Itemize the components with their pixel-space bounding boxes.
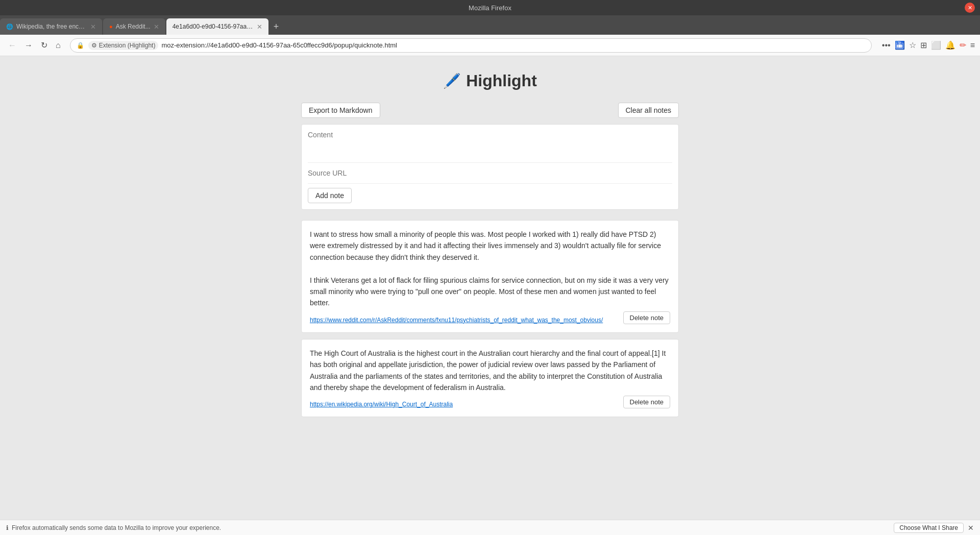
tab-wikipedia-label: Wikipedia, the free encycl... — [16, 23, 87, 30]
note-text-2: The High Court of Australia is the highe… — [310, 348, 670, 394]
tab-extension[interactable]: 4e1a6d00-e9d0-4156-97aa-65c0... ✕ — [166, 18, 268, 35]
title-bar: Mozilla Firefox ✕ — [0, 0, 980, 15]
back-button[interactable]: ← — [5, 39, 19, 52]
new-tab-button[interactable]: + — [270, 18, 283, 35]
security-icon: 🔒 — [77, 42, 84, 49]
extension-icon: ⚙ — [91, 42, 97, 49]
window-close-button[interactable]: ✕ — [965, 3, 975, 13]
tab-extension-close[interactable]: ✕ — [257, 23, 262, 31]
app-icon: 🖊️ — [443, 72, 461, 89]
clear-all-notes-button[interactable]: Clear all notes — [618, 103, 679, 118]
tab-reddit[interactable]: ● Ask Reddit... ✕ — [103, 18, 165, 35]
extension-badge: ⚙ Extension (Highlight) — [88, 41, 159, 50]
tab-wikipedia-icon: 🌐 — [6, 23, 13, 30]
nav-right-icons: ••• 🛅 ☆ ⊞ ⬜ 🔔 ✏ ≡ — [882, 40, 975, 50]
more-icon[interactable]: ••• — [882, 41, 891, 50]
add-note-form: Add note — [301, 124, 679, 210]
note-text-1: I want to stress how small a minority of… — [310, 229, 670, 309]
tab-reddit-icon: ● — [109, 23, 113, 30]
content-input[interactable] — [308, 131, 672, 156]
info-icon: ℹ — [6, 524, 9, 531]
choose-share-button[interactable]: Choose What I Share — [894, 523, 964, 533]
notification-icon[interactable]: 🔔 — [945, 40, 955, 50]
tab-wikipedia-close[interactable]: ✕ — [90, 23, 96, 31]
footer-close-button[interactable]: ✕ — [968, 524, 974, 532]
source-url-input[interactable] — [308, 167, 672, 179]
extension-label: Extension (Highlight) — [99, 42, 156, 49]
form-divider-1 — [308, 162, 672, 163]
pencil-icon[interactable]: ✏ — [960, 40, 966, 50]
tab-bar: 🌐 Wikipedia, the free encycl... ✕ ● Ask … — [0, 15, 980, 35]
main-content: 🖊️ Highlight Export to Markdown Clear al… — [0, 56, 980, 520]
add-note-button[interactable]: Add note — [308, 188, 352, 203]
footer-left: ℹ Firefox automatically sends some data … — [6, 524, 221, 531]
page-header: 🖊️ Highlight — [301, 71, 679, 90]
note-link-1[interactable]: https://www.reddit.com/r/AskReddit/comme… — [310, 317, 603, 324]
tab-reddit-label: Ask Reddit... — [116, 23, 151, 30]
tab-wikipedia[interactable]: 🌐 Wikipedia, the free encycl... ✕ — [0, 18, 102, 35]
footer-bar: ℹ Firefox automatically sends some data … — [0, 520, 980, 535]
delete-note-button-1[interactable]: Delete note — [623, 311, 671, 324]
note-card-2: The High Court of Australia is the highe… — [301, 339, 679, 418]
footer-right: Choose What I Share ✕ — [894, 523, 974, 533]
collections-icon[interactable]: ⊞ — [920, 40, 927, 50]
nav-bar: ← → ↻ ⌂ 🔒 ⚙ Extension (Highlight) moz-ex… — [0, 35, 980, 56]
address-text: moz-extension://4e1a6d00-e9d0-4156-97aa-… — [161, 41, 865, 49]
home-button[interactable]: ⌂ — [53, 39, 64, 52]
pocket-icon[interactable]: 🛅 — [895, 40, 905, 50]
star-icon[interactable]: ☆ — [909, 40, 916, 50]
privacy-text: Firefox automatically sends some data to… — [12, 524, 221, 531]
sidebar-icon[interactable]: ⬜ — [931, 40, 941, 50]
form-divider-2 — [308, 183, 672, 184]
delete-note-button-2[interactable]: Delete note — [623, 396, 671, 408]
page-title: Highlight — [466, 71, 537, 90]
action-row: Export to Markdown Clear all notes — [301, 103, 679, 118]
browser-title: Mozilla Firefox — [469, 4, 511, 12]
tab-extension-label: 4e1a6d00-e9d0-4156-97aa-65c0... — [173, 23, 254, 30]
page-container: 🖊️ Highlight Export to Markdown Clear al… — [301, 71, 679, 423]
reload-button[interactable]: ↻ — [38, 38, 51, 52]
address-bar[interactable]: 🔒 ⚙ Extension (Highlight) moz-extension:… — [70, 38, 872, 53]
forward-button[interactable]: → — [21, 39, 36, 52]
note-card-1: I want to stress how small a minority of… — [301, 220, 679, 333]
export-markdown-button[interactable]: Export to Markdown — [301, 103, 380, 118]
menu-icon[interactable]: ≡ — [970, 41, 975, 50]
note-link-2[interactable]: https://en.wikipedia.org/wiki/High_Court… — [310, 401, 453, 408]
tab-reddit-close[interactable]: ✕ — [154, 23, 159, 31]
